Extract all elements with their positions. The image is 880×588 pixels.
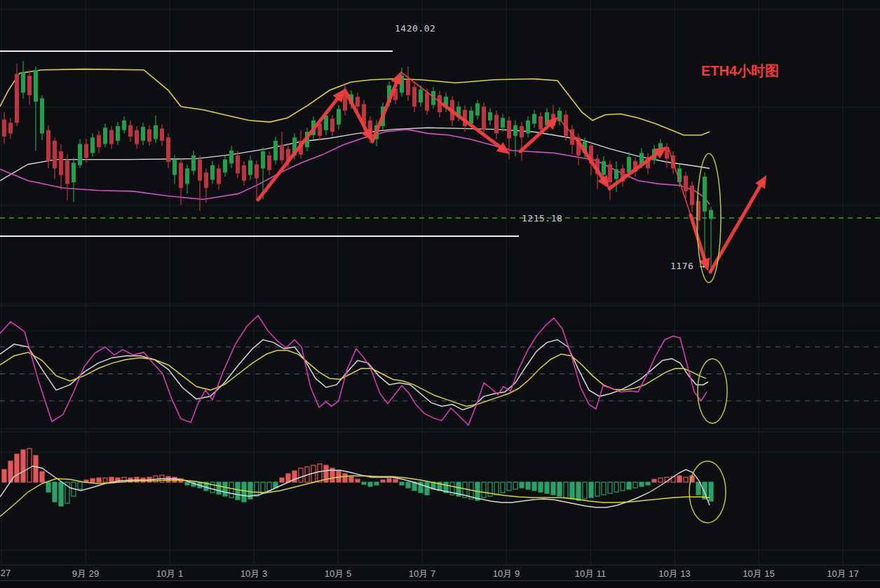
candle-body (40, 98, 44, 133)
macd-histogram-bar (343, 474, 347, 482)
candle-body (475, 103, 480, 115)
candle-body (204, 172, 208, 188)
kdj-line-k (0, 340, 708, 410)
candle-body (419, 90, 423, 103)
macd-histogram-bar (286, 474, 290, 482)
macd-histogram-bar (109, 477, 114, 482)
x-axis-label: 10月 7 (409, 568, 435, 580)
macd-histogram-bar (570, 482, 574, 499)
candle-body (494, 115, 499, 134)
macd-histogram-bar (242, 482, 246, 502)
macd-histogram-bar (27, 449, 32, 482)
candle-body (602, 161, 606, 175)
macd-histogram-bar (639, 482, 644, 486)
candle-body (78, 144, 82, 165)
candle-body (128, 125, 133, 137)
x-axis-label: 10月 13 (658, 568, 691, 580)
price-label-resistance[interactable]: 1420.02 (395, 23, 435, 34)
macd-histogram-bar (185, 482, 189, 485)
kline-chart[interactable] (0, 0, 880, 588)
macd-histogram-bar (53, 482, 57, 502)
macd-histogram-bar (21, 450, 25, 482)
x-axis-label: 10月 1 (156, 568, 183, 580)
macd-histogram-bar (280, 478, 284, 482)
macd-histogram-bar (78, 482, 82, 489)
macd-histogram-bar (217, 482, 221, 494)
candle-body (690, 186, 694, 205)
macd-histogram-bar (602, 482, 606, 495)
candle-body (438, 95, 442, 112)
macd-histogram-bar (576, 482, 581, 500)
candle-body (412, 87, 417, 107)
macd-histogram-bar (318, 464, 322, 482)
macd-histogram-bar (520, 482, 524, 488)
macd-histogram-bar (387, 479, 391, 482)
candle-body (116, 126, 120, 141)
macd-line-dif (0, 466, 710, 507)
macd-histogram-bar (349, 477, 353, 482)
macd-histogram-bar (103, 478, 107, 482)
candle-body (526, 121, 530, 134)
candle-body (198, 160, 202, 181)
kdj-line-j (0, 315, 707, 425)
candle-body (84, 144, 88, 158)
candle-body (97, 135, 101, 147)
candle-body (109, 130, 114, 144)
candle-body (482, 107, 486, 130)
candle-body (147, 130, 151, 142)
macd-histogram-bar (595, 482, 600, 496)
trend-arrow[interactable] (520, 122, 553, 151)
macd-histogram-bar (482, 482, 486, 498)
candle-body (53, 141, 57, 169)
candle-body (135, 130, 139, 144)
macd-histogram-bar (425, 482, 429, 495)
macd-histogram-bar (507, 482, 511, 491)
macd-histogram-bar (97, 478, 101, 482)
macd-histogram-bar (368, 482, 372, 486)
kdj-line-d (0, 350, 706, 406)
candle-body (103, 128, 107, 144)
macd-histogram-bar (513, 482, 517, 489)
macd-histogram-bar (621, 482, 625, 491)
candle-body (160, 128, 164, 140)
highlight-ellipse[interactable] (689, 461, 726, 523)
highlight-ellipse[interactable] (698, 359, 727, 423)
macd-histogram-bar (412, 482, 417, 491)
candle-body (520, 126, 524, 137)
candle-body (425, 93, 429, 111)
candle-body (684, 176, 688, 191)
macd-histogram-bar (488, 482, 492, 496)
candle-body (242, 165, 246, 181)
macd-histogram-bar (696, 482, 700, 495)
price-label-low[interactable]: 1176 → (670, 261, 705, 271)
macd-histogram-bar (223, 482, 227, 496)
x-axis[interactable]: 279月 2910月 110月 310月 510月 710月 910月 1110… (0, 565, 880, 581)
macd-histogram-bar (526, 482, 530, 489)
candle-body (356, 97, 360, 107)
macd-histogram-bar (40, 472, 44, 482)
macd-histogram-bar (589, 482, 593, 498)
candle-body (223, 160, 227, 173)
candle-body (608, 165, 612, 183)
macd-histogram-bar (551, 482, 555, 495)
macd-histogram-bar (709, 482, 713, 501)
macd-histogram-bar (229, 482, 233, 498)
macd-histogram-bar (677, 476, 682, 482)
candle-body (8, 123, 13, 133)
price-label-current[interactable]: 1215.18 (522, 213, 562, 224)
macd-histogram-bar (545, 482, 549, 493)
candle-body (627, 157, 631, 172)
chart-title-annotation[interactable]: ETH4小时图 (701, 62, 779, 81)
macd-histogram-bar (46, 482, 50, 492)
macd-histogram-bar (608, 482, 612, 493)
candle-body (337, 109, 341, 125)
macd-histogram-bar (406, 482, 410, 488)
macd-histogram-bar (381, 480, 385, 482)
candle-body (255, 165, 259, 179)
macd-histogram-bar (374, 482, 379, 485)
candle-body (172, 160, 177, 175)
candle-body (65, 160, 69, 184)
macd-histogram-bar (652, 479, 656, 482)
candle-body (614, 169, 618, 179)
macd-histogram-bar (299, 468, 303, 482)
